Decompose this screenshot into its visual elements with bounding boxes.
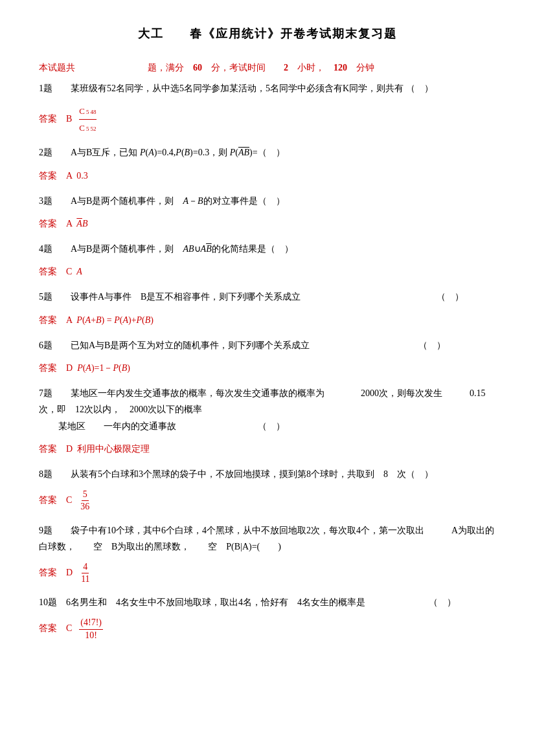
question-8: 8题 从装有5个白球和3个黑球的袋子中，不放回地摸球，摸到第8个球时，共取到 8…	[39, 466, 496, 482]
section-header: 本试题共 题，满分 60 分，考试时间 2 小时， 120 分钟	[39, 61, 496, 75]
answer-8: 答案 C 5 36	[39, 489, 496, 513]
page-title: 大工 春《应用统计》开卷考试期末复习题	[39, 26, 496, 41]
answer-9: 答案 D 4 11	[39, 561, 496, 585]
answer-3: 答案 A AB	[39, 216, 496, 232]
answer-7: 答案 D 利用中心极限定理	[39, 441, 496, 457]
question-6: 6题 已知A与B是两个互为对立的随机事件，则下列哪个关系成立 （ ）	[39, 337, 496, 353]
answer-6: 答案 D P(A)=1－P(B)	[39, 360, 496, 376]
question-5: 5题 设事件A与事件 B是互不相容事件，则下列哪个关系成立 （ ）	[39, 289, 496, 305]
question-2: 2题 A与B互斥，已知 P(A)=0.4,P(B)=0.3，则 P(AB)=（ …	[39, 144, 496, 161]
question-7: 7题 某地区一年内发生交通事故的概率，每次发生交通事故的概率为 2000次，则每…	[39, 385, 496, 434]
question-1: 1题 某班级有52名同学，从中选5名同学参加某活动，5名同学中必须含有K同学，则…	[39, 80, 496, 96]
question-10: 10题 6名男生和 4名女生中不放回地取球，取出4名，恰好有 4名女生的概率是 …	[39, 594, 496, 610]
answer-10: 答案 C (4!7!) 10!	[39, 617, 496, 641]
answer-4: 答案 C A	[39, 263, 496, 280]
answer-5: 答案 A P(A+B) = P(A)+P(B)	[39, 312, 496, 328]
answer-1: 答案 B C548 C552	[39, 104, 496, 136]
question-4: 4题 A与B是两个随机事件，则 AB∪AB的化简结果是（ ）	[39, 241, 496, 257]
question-9: 9题 袋子中有10个球，其中6个白球，4个黑球，从中不放回地取2次，每次取4个，…	[39, 522, 496, 555]
question-3: 3题 A与B是两个随机事件，则 A－B的对立事件是（ ）	[39, 193, 496, 209]
answer-2: 答案 A 0.3	[39, 168, 496, 184]
